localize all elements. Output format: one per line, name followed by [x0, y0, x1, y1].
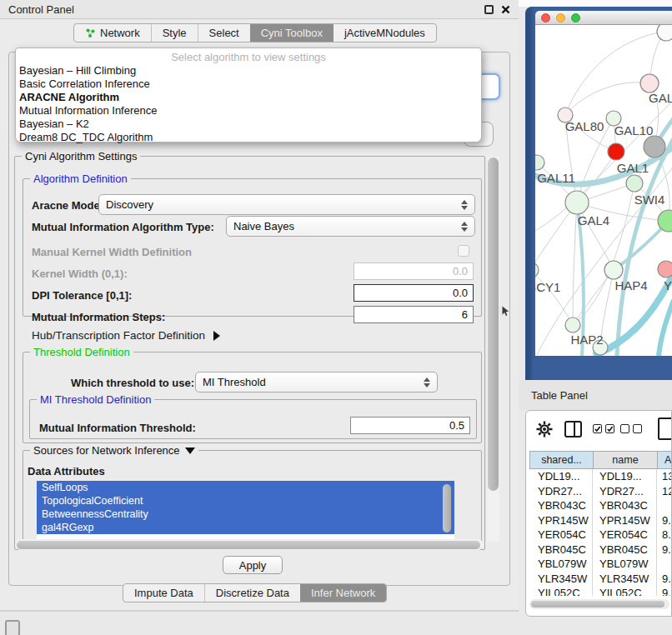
- settings-vscrollbar-track[interactable]: [487, 157, 499, 542]
- spinner-arrows-icon: [461, 222, 468, 232]
- dpi-tolerance-field[interactable]: 0.0: [354, 284, 474, 302]
- group-algorithm-definition-title: Algorithm Definition: [30, 172, 131, 185]
- attribute-item[interactable]: gal4RGexp: [37, 521, 454, 534]
- zoom-traffic-light[interactable]: [571, 13, 580, 22]
- mi-steps-field[interactable]: 6: [354, 306, 474, 323]
- settings-hscrollbar-track[interactable]: [15, 539, 484, 550]
- node-unlabeled[interactable]: [657, 25, 672, 41]
- tab-cyni-toolbox[interactable]: Cyni Toolbox: [250, 24, 333, 42]
- collapsed-panel-button[interactable]: [5, 620, 20, 635]
- node-label: GCY1: [535, 280, 560, 294]
- minimize-traffic-light[interactable]: [556, 13, 565, 22]
- which-threshold-combobox[interactable]: MI Threshold: [195, 372, 438, 392]
- tab-network[interactable]: Network: [74, 24, 151, 42]
- network-window-titlebar[interactable]: [535, 11, 672, 25]
- column-header-shared-name[interactable]: shared...: [529, 451, 593, 469]
- aracne-mode-combobox[interactable]: Discovery: [98, 194, 475, 215]
- collapse-right-icon: [213, 331, 220, 341]
- tab-style[interactable]: Style: [151, 24, 198, 42]
- mi-type-combobox[interactable]: Naive Bayes: [226, 216, 475, 237]
- node-hap2[interactable]: [565, 318, 580, 332]
- close-traffic-light[interactable]: [541, 13, 550, 22]
- checked-pair-icon[interactable]: [593, 424, 614, 433]
- tab-jactivemnodules[interactable]: jActiveMNodules: [333, 24, 436, 42]
- algorithm-option[interactable]: Mutual Information Inference: [16, 104, 481, 118]
- table-panel-titlebar: Table Panel: [519, 380, 672, 410]
- close-panel-icon[interactable]: [501, 5, 510, 14]
- table-row[interactable]: YPR145WYPR145W9.: [529, 513, 672, 528]
- mi-threshold-label: Mutual Information Threshold:: [39, 422, 196, 434]
- algorithm-option[interactable]: Bayesian – Hill Climbing: [16, 64, 481, 78]
- node-gcy1[interactable]: [535, 262, 539, 278]
- control-panel-titlebar: Control Panel: [0, 0, 519, 19]
- kernel-width-field[interactable]: 0.0: [354, 262, 474, 280]
- node-red[interactable]: [608, 143, 624, 160]
- table-row[interactable]: YLR345WYLR345W9.: [529, 572, 672, 587]
- spinner-arrows-icon: [461, 200, 468, 210]
- network-view-window: GAL GAL80 GAL10 GAL1 GAL11 SWI4 GAL4 GCY…: [525, 7, 672, 380]
- dpi-tolerance-label: DPI Tolerance [0,1]:: [32, 289, 132, 302]
- network-tab-icon: [85, 28, 96, 38]
- mi-type-label: Mutual Information Algorithm Type:: [32, 221, 214, 233]
- table-row[interactable]: YDR27...YDR27...12: [529, 484, 672, 499]
- unchecked-pair-icon[interactable]: [620, 424, 642, 433]
- table-row[interactable]: YBR045CYBR045C9.: [529, 542, 672, 558]
- attribute-item[interactable]: TopologicalCoefficient: [37, 494, 454, 508]
- node-label: GAL1: [617, 161, 649, 175]
- page-icon[interactable]: [658, 418, 672, 440]
- network-canvas[interactable]: GAL GAL80 GAL10 GAL1 GAL11 SWI4 GAL4 GCY…: [535, 25, 672, 356]
- table-row[interactable]: YBL079WYBL079W: [529, 557, 672, 572]
- control-panel-window: Control Panel Network Style Select Cyni …: [0, 0, 519, 612]
- data-attributes-label: Data Attributes: [28, 465, 105, 478]
- float-panel-icon[interactable]: [484, 5, 494, 14]
- table-row[interactable]: YIL052CYIL052C9.: [529, 586, 672, 596]
- group-mi-threshold-title: MI Threshold Definition: [37, 393, 154, 406]
- control-panel-title: Control Panel: [8, 3, 74, 16]
- group-cyni-title: Cyni Algorithm Settings: [22, 150, 140, 162]
- node-label: HAP2: [570, 332, 603, 347]
- attribute-item[interactable]: SelfLoops: [37, 481, 454, 494]
- attributes-list-scrollbar[interactable]: [443, 484, 451, 532]
- tab-infer-network[interactable]: Infer Network: [300, 584, 386, 602]
- data-attributes-list[interactable]: SelfLoops TopologicalCoefficient Between…: [37, 481, 454, 539]
- group-sources-title[interactable]: Sources for Network Inference: [30, 444, 198, 457]
- split-columns-icon[interactable]: [564, 421, 582, 438]
- tab-discretize-data[interactable]: Discretize Data: [204, 584, 300, 602]
- cyni-mode-tabbar: Impute Data Discretize Data Infer Networ…: [123, 583, 387, 602]
- table-hscrollbar-thumb[interactable]: [531, 601, 664, 608]
- which-threshold-label: Which threshold to use:: [71, 377, 194, 389]
- tab-impute-data[interactable]: Impute Data: [123, 584, 204, 602]
- algorithm-option[interactable]: Basic Correlation Inference: [16, 78, 481, 91]
- table-row[interactable]: YER054CYER054C8.: [529, 528, 672, 542]
- apply-button[interactable]: Apply: [223, 556, 283, 574]
- settings-vscrollbar-thumb[interactable]: [488, 158, 499, 491]
- column-header-name[interactable]: name: [593, 451, 657, 469]
- column-header-clipped[interactable]: A: [657, 451, 672, 469]
- node-gal11[interactable]: [535, 155, 544, 170]
- node-hap4[interactable]: [604, 261, 623, 279]
- tab-select[interactable]: Select: [198, 24, 250, 42]
- node-gray[interactable]: [644, 136, 665, 158]
- table-panel-container: shared... name A YDL19...YDL19...13 YDR2…: [525, 410, 672, 617]
- gear-icon[interactable]: [536, 421, 553, 438]
- mi-threshold-field[interactable]: 0.5: [350, 417, 470, 434]
- node-salmon[interactable]: [658, 261, 672, 278]
- node-gal1[interactable]: [626, 175, 643, 192]
- table-hscrollbar-track[interactable]: [529, 599, 669, 609]
- settings-hscrollbar-thumb[interactable]: [17, 541, 480, 549]
- algorithm-option[interactable]: Bayesian – K2: [16, 118, 481, 131]
- hub-definition-toggle[interactable]: Hub/Transcription Factor Definition: [32, 329, 220, 342]
- table-row[interactable]: YDL19...YDL19...13: [529, 469, 672, 484]
- node-label: GAL: [649, 91, 672, 105]
- node-gal-pink[interactable]: [640, 74, 659, 92]
- algorithm-option[interactable]: Dream8 DC_TDC Algorithm: [16, 131, 481, 144]
- node-label: SWI4: [634, 192, 665, 207]
- algorithm-dropdown-popup: Select algorithm to view settings Bayesi…: [15, 48, 482, 142]
- table-row[interactable]: YBR043CYBR043C: [529, 498, 672, 513]
- node-label: GAL10: [614, 123, 654, 138]
- node-gal4[interactable]: [565, 191, 589, 214]
- manual-kernel-checkbox[interactable]: [458, 245, 469, 257]
- manual-kernel-label: Manual Kernel Width Definition: [32, 246, 192, 258]
- algorithm-option-selected[interactable]: ARACNE Algorithm: [16, 91, 481, 104]
- attribute-item[interactable]: BetweennessCentrality: [37, 508, 454, 521]
